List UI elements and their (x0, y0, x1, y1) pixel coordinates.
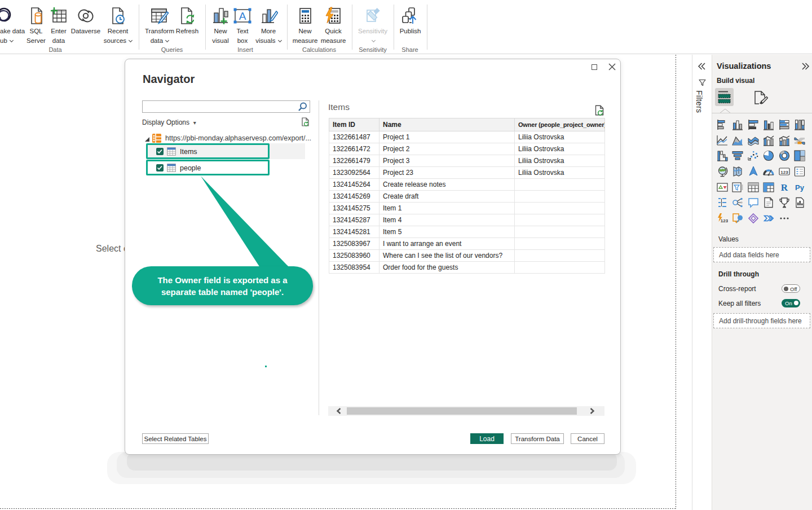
svg-text:123: 123 (780, 170, 788, 175)
svg-text:123: 123 (721, 218, 728, 223)
svg-text:R: R (781, 182, 788, 193)
svg-text:Py: Py (795, 183, 805, 192)
svg-text:A: A (239, 10, 246, 22)
